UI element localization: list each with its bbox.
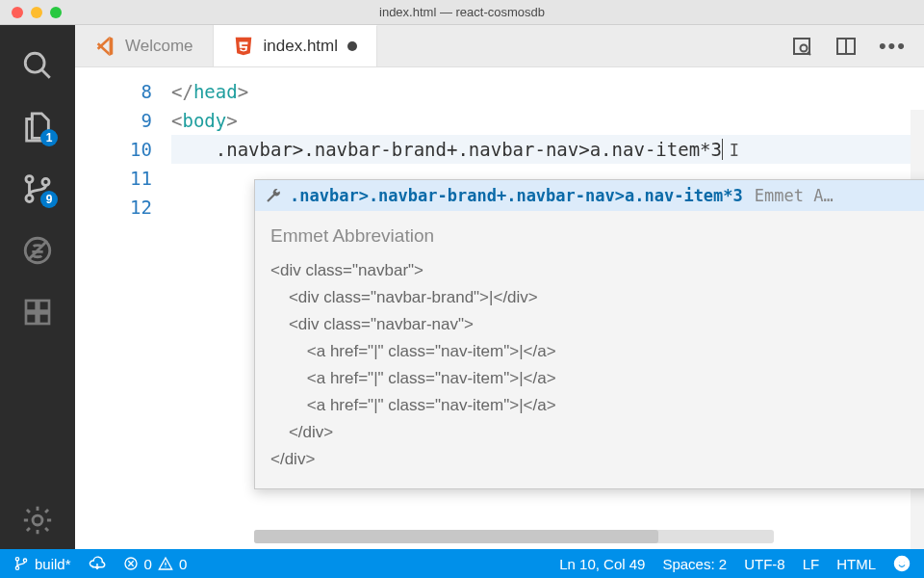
branch-name: build* [35,556,71,572]
svg-point-26 [895,557,910,571]
settings-activity[interactable] [0,491,75,549]
t: </ [171,81,193,102]
svg-point-19 [23,559,26,562]
line-number: 11 [75,164,152,193]
search-icon [21,49,54,82]
enc: UTF-8 [744,556,785,572]
window-title: index.html — react-cosmosdb [0,5,924,19]
split-editor-icon[interactable] [834,35,858,58]
t: < [171,110,182,131]
lang: HTML [836,556,876,572]
bug-disabled-icon [21,234,54,267]
status-branch[interactable]: build* [13,556,71,572]
line-gutter: 8 9 10 11 12 [75,67,171,549]
gear-icon [21,504,54,537]
code-line-active: .navbar>.navbar-brand+.navbar-nav>a.nav-… [171,135,924,164]
scm-activity[interactable]: 9 [0,160,75,218]
explorer-badge: 1 [40,129,58,146]
svg-point-2 [26,176,33,183]
svg-line-1 [41,69,50,78]
zoom-window-button[interactable] [50,7,62,18]
cursor-pos: Ln 10, Col 49 [559,556,645,572]
t: > [226,110,237,131]
status-encoding[interactable]: UTF-8 [744,556,785,572]
cloud-sync-icon [89,555,106,572]
close-window-button[interactable] [12,7,23,18]
scroll-thumb[interactable] [254,530,658,543]
code-line: <body> [171,106,924,135]
status-sync[interactable] [89,555,106,572]
indent: Spaces: 2 [662,556,727,572]
error-count: 0 [144,556,152,572]
code-line: </head> [171,77,924,106]
svg-point-18 [15,566,18,569]
status-cursor[interactable]: Ln 10, Col 49 [559,556,645,572]
svg-point-0 [25,53,44,72]
line-number: 10 [75,135,152,164]
dirty-indicator-icon [347,41,357,51]
line-number: 9 [75,106,152,135]
debug-activity[interactable] [0,222,75,279]
status-feedback[interactable] [893,555,911,572]
svg-rect-9 [26,313,37,324]
smile-icon [893,555,911,572]
status-problems[interactable]: 0 0 [123,556,188,572]
line-number: 8 [75,77,152,106]
svg-point-17 [15,558,18,561]
suggest-widget[interactable]: .navbar>.navbar-brand+.navbar-nav>a.nav-… [254,179,924,489]
tab-indexhtml-label: index.html [264,37,338,56]
tab-welcome-label: Welcome [125,37,193,56]
titlebar: index.html — react-cosmosdb [0,0,924,25]
horizontal-scrollbar[interactable] [254,530,774,543]
t: body [182,110,226,131]
t: head [193,81,238,102]
vscode-icon [94,36,116,57]
editor-actions: ••• [773,25,924,66]
explorer-activity[interactable]: 1 [0,98,75,156]
t: .navbar>.navbar-brand+.navbar-nav>a.nav-… [171,139,722,160]
svg-point-3 [26,195,33,201]
scm-badge: 9 [40,191,58,208]
svg-point-11 [33,515,42,525]
status-bar: build* 0 0 Ln 10, Col 49 Spaces: 2 UTF-8… [0,549,924,578]
extensions-icon [22,297,53,328]
tab-bar: Welcome index.html ••• [75,25,924,67]
svg-rect-7 [26,301,37,311]
tab-welcome[interactable]: Welcome [75,25,214,66]
wrench-icon [265,187,282,204]
html5-icon [233,36,254,57]
svg-point-27 [899,562,901,564]
minimize-window-button[interactable] [31,7,42,18]
svg-rect-8 [38,301,49,311]
editor-group: Welcome index.html ••• 8 9 10 11 12 [75,25,924,549]
eol: LF [803,556,820,572]
status-indent[interactable]: Spaces: 2 [662,556,727,572]
status-eol[interactable]: LF [803,556,820,572]
svg-point-13 [800,44,807,51]
toggle-preview-icon[interactable] [790,35,813,58]
tab-indexhtml[interactable]: index.html [214,25,377,66]
svg-rect-10 [38,313,49,324]
search-activity[interactable] [0,37,75,94]
window-controls [0,7,62,18]
suggest-kind: Emmet A… [755,186,834,205]
line-number: 12 [75,193,152,222]
error-icon [123,556,139,571]
text-cursor-icon: I [729,136,740,165]
extensions-activity[interactable] [0,283,75,341]
suggest-preview: <div class="navbar"> <div class="navbar-… [270,257,924,473]
status-language[interactable]: HTML [836,556,876,572]
branch-icon [13,556,29,571]
warning-count: 0 [179,556,187,572]
suggest-doc-title: Emmet Abbreviation [270,223,924,250]
suggest-documentation: × Emmet Abbreviation <div class="navbar"… [255,211,924,488]
suggest-item[interactable]: .navbar>.navbar-brand+.navbar-nav>a.nav-… [255,180,924,211]
suggest-label: .navbar>.navbar-brand+.navbar-nav>a.nav-… [290,186,743,205]
svg-point-4 [42,178,49,185]
t: > [238,81,248,102]
more-actions-icon[interactable]: ••• [879,34,907,59]
activity-bar: 1 9 [0,25,75,549]
warning-icon [158,556,173,571]
svg-point-28 [903,562,905,564]
